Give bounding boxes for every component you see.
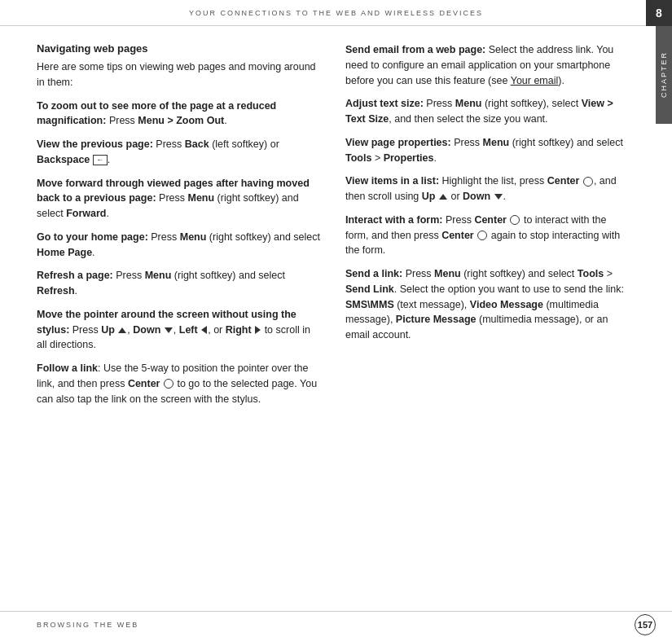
- down-icon-2: [494, 194, 503, 200]
- chapter-tab: CHAPTER: [656, 26, 672, 124]
- page-number-badge: 157: [635, 614, 656, 635]
- backspace-icon: ←: [93, 155, 108, 165]
- footer-page-number: 157: [635, 614, 656, 635]
- item-send-link: Send a link: Press Menu (right softkey) …: [345, 266, 630, 343]
- item-send-email: Send email from a web page: Select the a…: [345, 42, 630, 88]
- left-icon: [201, 326, 207, 334]
- section-intro: Here are some tips on viewing web pages …: [37, 59, 321, 90]
- item-view-items: View items in a list: Highlight the list…: [345, 174, 630, 204]
- center-icon-2: [583, 177, 593, 187]
- chapter-label: CHAPTER: [660, 51, 668, 98]
- footer-label: BROWSING THE WEB: [37, 621, 138, 629]
- item-view-previous: View the previous page: Press Back (left…: [37, 137, 321, 168]
- page-header: YOUR CONNECTIONS TO THE WEB AND WIRELESS…: [0, 0, 672, 26]
- center-icon: [164, 379, 173, 389]
- up-icon: [118, 327, 126, 333]
- center-icon-3: [510, 215, 520, 225]
- left-column: Navigating web pages Here are some tips …: [37, 42, 321, 595]
- item-move-forward: Move forward through viewed pages after …: [37, 176, 321, 222]
- main-content: Navigating web pages Here are some tips …: [0, 26, 654, 611]
- up-icon-2: [439, 194, 447, 200]
- item-follow-link: Follow a link: Use the 5-way to position…: [37, 361, 321, 406]
- item-home-page: Go to your home page: Press Menu (right …: [37, 230, 321, 261]
- item-view-properties: View page properties: Press Menu (right …: [345, 135, 630, 166]
- item-move-pointer: Move the pointer around the screen witho…: [37, 307, 321, 353]
- header-title: YOUR CONNECTIONS TO THE WEB AND WIRELESS…: [189, 9, 483, 17]
- section-title: Navigating web pages: [37, 42, 321, 55]
- page-footer: BROWSING THE WEB 157: [0, 611, 672, 637]
- right-icon: [255, 326, 261, 334]
- right-column: Send email from a web page: Select the a…: [345, 42, 630, 595]
- item-adjust-text: Adjust text size: Press Menu (right soft…: [345, 96, 630, 127]
- center-icon-4: [477, 231, 487, 240]
- item-refresh: Refresh a page: Press Menu (right softke…: [37, 268, 321, 299]
- item-zoom-out: To zoom out to see more of the page at a…: [37, 99, 321, 130]
- item-interact-form: Interact with a form: Press Center to in…: [345, 213, 630, 258]
- chapter-number: 8: [646, 0, 672, 26]
- down-icon: [165, 327, 173, 333]
